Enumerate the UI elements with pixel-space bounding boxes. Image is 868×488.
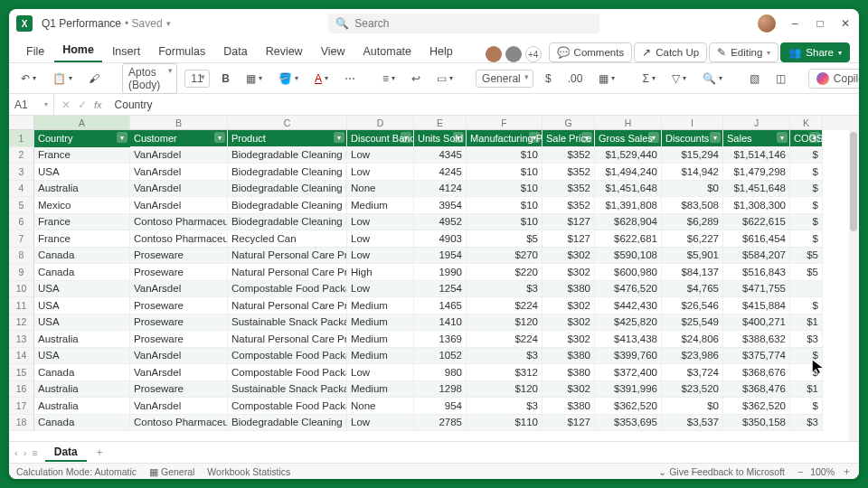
cell[interactable]: $616,454: [723, 230, 790, 248]
find-button[interactable]: 🔍▾: [698, 69, 727, 89]
cell[interactable]: $14,942: [662, 164, 723, 181]
tab-file[interactable]: File: [18, 41, 52, 62]
column-header-K[interactable]: K: [790, 116, 823, 130]
row-header-2[interactable]: 2: [9, 147, 34, 164]
cell[interactable]: USA: [34, 314, 130, 332]
cell[interactable]: High: [347, 264, 414, 281]
cell[interactable]: $120: [467, 314, 542, 332]
column-header-C[interactable]: C: [228, 116, 347, 130]
cell[interactable]: Biodegradable Cleaning Products: [228, 164, 347, 181]
cell[interactable]: $302: [542, 264, 595, 281]
cell[interactable]: $352: [542, 197, 595, 214]
filter-icon[interactable]: ▾: [401, 132, 411, 143]
cell[interactable]: France: [34, 230, 130, 248]
cell[interactable]: Biodegradable Cleaning Products: [228, 415, 347, 432]
cell[interactable]: $476,520: [595, 281, 662, 298]
vertical-scrollbar[interactable]: [849, 130, 858, 441]
cell[interactable]: $15,294: [662, 147, 723, 164]
cell[interactable]: $3: [790, 331, 823, 348]
cell[interactable]: $302: [542, 381, 595, 399]
cell[interactable]: $: [790, 197, 823, 214]
cell[interactable]: Contoso Pharmaceuticals: [130, 415, 228, 432]
cell[interactable]: $5: [790, 248, 823, 265]
cell[interactable]: Biodegradable Cleaning Products: [228, 147, 347, 164]
format-painter-button[interactable]: 🖌: [84, 69, 104, 89]
cell[interactable]: $375,774: [723, 348, 790, 365]
cell[interactable]: None: [347, 398, 414, 415]
header-cell-cogs[interactable]: COGS▾: [790, 130, 823, 147]
cell[interactable]: Canada: [34, 264, 130, 281]
cell[interactable]: Low: [347, 364, 414, 381]
cell[interactable]: $26,546: [662, 297, 723, 314]
cell[interactable]: Canada: [34, 415, 130, 432]
cell[interactable]: Low: [347, 214, 414, 231]
cell[interactable]: None: [347, 181, 414, 198]
filter-icon[interactable]: ▾: [809, 132, 820, 143]
sheet-prev-icon[interactable]: ‹: [14, 447, 18, 458]
cell[interactable]: $220: [467, 264, 542, 281]
cell[interactable]: Contoso Pharmaceuticals: [130, 214, 228, 231]
copilot-button[interactable]: Copilot: [808, 69, 859, 89]
autosum-button[interactable]: Σ▾: [637, 69, 659, 89]
cell[interactable]: Contoso Pharmaceuticals: [130, 230, 228, 248]
cell[interactable]: $5: [467, 230, 542, 248]
window-maximize[interactable]: □: [814, 17, 826, 30]
tab-view[interactable]: View: [313, 41, 354, 62]
cell[interactable]: $362,520: [723, 398, 790, 415]
filter-icon[interactable]: ▾: [648, 132, 659, 143]
cell[interactable]: $: [790, 297, 823, 314]
cell[interactable]: $622,615: [723, 214, 790, 231]
header-cell-sales[interactable]: Sales▾: [723, 130, 790, 147]
cell[interactable]: $425,820: [595, 314, 662, 332]
filter-icon[interactable]: ▾: [453, 132, 464, 143]
cell[interactable]: Compostable Food Packaging: [228, 281, 347, 298]
cell[interactable]: VanArsdel: [130, 348, 228, 365]
sort-filter-button[interactable]: ▽▾: [667, 69, 691, 89]
cell[interactable]: Natural Personal Care Products: [228, 248, 347, 265]
column-header-J[interactable]: J: [723, 116, 790, 130]
cell[interactable]: $3: [467, 348, 542, 365]
cell[interactable]: $415,884: [723, 297, 790, 314]
add-sheet-button[interactable]: ＋: [94, 445, 105, 460]
column-header-H[interactable]: H: [595, 116, 662, 130]
cell[interactable]: $302: [542, 314, 595, 332]
cell[interactable]: $622,681: [595, 230, 662, 248]
cell[interactable]: 4124: [414, 181, 467, 198]
cell[interactable]: VanArsdel: [130, 281, 228, 298]
cell[interactable]: $368,676: [723, 364, 790, 381]
cell[interactable]: 4245: [414, 164, 467, 181]
cell[interactable]: Compostable Food Packaging: [228, 398, 347, 415]
cell[interactable]: $352: [542, 147, 595, 164]
cell[interactable]: Low: [347, 281, 414, 298]
cell[interactable]: $224: [467, 331, 542, 348]
row-header-14[interactable]: 14: [9, 348, 34, 365]
cell[interactable]: $110: [467, 415, 542, 432]
font-color-button[interactable]: A▾: [310, 69, 333, 89]
header-cell-gross-sales[interactable]: Gross Sales▾: [595, 130, 662, 147]
spreadsheet-grid[interactable]: ABCDEFGHIJK1Country▾Customer▾Product▾Dis…: [9, 116, 859, 441]
cell[interactable]: $: [790, 214, 823, 231]
cell[interactable]: $584,207: [723, 248, 790, 265]
cell[interactable]: $3: [790, 415, 823, 432]
cell[interactable]: $: [790, 164, 823, 181]
addins-button[interactable]: ▧: [745, 69, 764, 89]
tab-home[interactable]: Home: [54, 39, 102, 62]
cell[interactable]: VanArsdel: [130, 197, 228, 214]
cell[interactable]: $380: [542, 348, 595, 365]
decimal-button[interactable]: .00: [563, 69, 588, 89]
select-all-corner[interactable]: [9, 116, 34, 130]
cell[interactable]: $516,843: [723, 264, 790, 281]
row-header-5[interactable]: 5: [9, 197, 34, 214]
column-header-F[interactable]: F: [467, 116, 542, 130]
cell[interactable]: $350,158: [723, 415, 790, 432]
cell[interactable]: $10: [467, 197, 542, 214]
cell[interactable]: France: [34, 147, 130, 164]
tab-automate[interactable]: Automate: [355, 41, 420, 62]
cell[interactable]: 1254: [414, 281, 467, 298]
cell[interactable]: 4345: [414, 147, 467, 164]
cell[interactable]: $5: [790, 264, 823, 281]
cell[interactable]: 2785: [414, 415, 467, 432]
cell[interactable]: 1410: [414, 314, 467, 332]
cell[interactable]: Low: [347, 248, 414, 265]
zoom-in-button[interactable]: ＋: [842, 465, 852, 478]
